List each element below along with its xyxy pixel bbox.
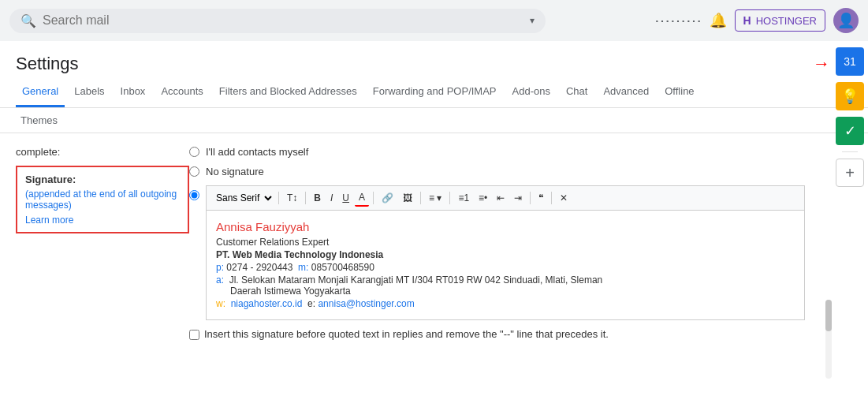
settings-tabs: General Labels Inbox Accounts Filters an…	[0, 77, 868, 108]
insert-sig-row: Insert this signature before quoted text…	[189, 328, 805, 340]
hostinger-logo: H	[743, 14, 751, 27]
sig-phone: p: 0274 - 2920443 m: 085700468590	[216, 262, 795, 273]
image-button[interactable]: 🖼	[399, 190, 416, 206]
right-panel: I'll add contacts myself No signature Sa…	[189, 146, 852, 340]
scrollbar-track	[825, 300, 832, 379]
sig-address: a: Jl. Selokan Mataram Monjali Karangjat…	[216, 274, 795, 297]
signature-editor-container: Sans Serif T↕ B I U A 🔗 🖼 ≡ ▾ ≡1	[206, 185, 805, 320]
settings-title: Settings	[16, 54, 79, 74]
tab-forwarding[interactable]: Forwarding and POP/IMAP	[367, 77, 503, 107]
grid-icon[interactable]: ⋯⋯⋯	[654, 11, 702, 30]
bullet-list-button[interactable]: ≡•	[475, 190, 491, 206]
sig-email-link[interactable]: annisa@hostinger.com	[318, 298, 414, 309]
tab-inbox[interactable]: Inbox	[114, 77, 152, 107]
hostinger-label: HOSTINGER	[756, 15, 817, 27]
search-dropdown-icon[interactable]: ▾	[530, 15, 535, 26]
sig-name: Annisa Fauziyyah	[216, 220, 795, 233]
settings-header: Settings → ⚙	[0, 41, 868, 74]
calendar-icon[interactable]: 31	[836, 47, 864, 76]
indent-less-button[interactable]: ⇤	[493, 190, 509, 206]
tab-chat[interactable]: Chat	[560, 77, 594, 107]
sig-company: PT. Web Media Technology Indonesia	[216, 249, 795, 260]
signature-editor[interactable]: Annisa Fauziyyah Customer Relations Expe…	[206, 210, 805, 320]
toolbar-separator-3	[373, 192, 374, 204]
tab-accounts[interactable]: Accounts	[155, 77, 209, 107]
radio-signature-row: Sans Serif T↕ B I U A 🔗 🖼 ≡ ▾ ≡1	[189, 185, 805, 320]
align-button[interactable]: ≡ ▾	[425, 190, 445, 206]
radio-no-signature: No signature	[189, 166, 805, 177]
tab-filters[interactable]: Filters and Blocked Addresses	[213, 77, 363, 107]
notifications-icon[interactable]: 🔔	[710, 12, 727, 29]
font-select[interactable]: Sans Serif	[211, 190, 274, 206]
avatar[interactable]: 👤	[833, 8, 859, 33]
radio-no-signature-input[interactable]	[189, 166, 199, 177]
main-content: complete: Signature: (appended at the en…	[0, 133, 868, 353]
radio-add-contacts: I'll add contacts myself	[189, 146, 805, 158]
bulb-icon[interactable]: 💡	[836, 82, 864, 110]
toolbar-separator-4	[420, 192, 421, 204]
signature-description: (appended at the end of all outgoing mes…	[25, 189, 180, 211]
sig-role: Customer Relations Expert	[216, 237, 795, 248]
editor-toolbar: Sans Serif T↕ B I U A 🔗 🖼 ≡ ▾ ≡1	[206, 185, 805, 210]
search-container: 🔍 ▾	[9, 9, 546, 33]
sub-tab-themes[interactable]: Themes	[16, 111, 62, 129]
underline-button[interactable]: U	[338, 190, 353, 206]
insert-sig-label: Insert this signature before quoted text…	[204, 328, 609, 340]
quote-button[interactable]: ❝	[535, 190, 547, 206]
numbered-list-button[interactable]: ≡1	[454, 190, 473, 206]
italic-button[interactable]: I	[326, 190, 337, 206]
radio-no-signature-label: No signature	[206, 166, 264, 177]
tab-general[interactable]: General	[16, 77, 65, 107]
radio-add-contacts-input[interactable]	[189, 147, 199, 157]
top-bar-right: ⋯⋯⋯ 🔔 H HOSTINGER 👤	[654, 8, 859, 33]
sub-tabs: Themes	[0, 108, 868, 133]
top-bar: 🔍 ▾ ⋯⋯⋯ 🔔 H HOSTINGER 👤	[0, 0, 868, 41]
toolbar-separator	[278, 192, 279, 204]
text-color-button[interactable]: A	[355, 189, 369, 207]
toolbar-separator-5	[449, 192, 450, 204]
tab-labels[interactable]: Labels	[68, 77, 110, 107]
signature-label-box: Signature: (appended at the end of all o…	[16, 166, 189, 233]
radio-add-contacts-label: I'll add contacts myself	[206, 146, 308, 158]
radio-signature-input[interactable]	[189, 190, 199, 200]
sidebar-divider	[842, 151, 858, 152]
bold-button[interactable]: B	[310, 190, 325, 206]
right-sidebar: 31 💡 ✓ +	[832, 41, 868, 193]
signature-title: Signature:	[25, 174, 180, 185]
red-arrow-icon: →	[813, 54, 830, 74]
remove-format-button[interactable]: ✕	[556, 190, 572, 206]
scrollbar-thumb[interactable]	[825, 300, 832, 331]
left-panel: complete: Signature: (appended at the en…	[16, 146, 189, 340]
sig-web-link[interactable]: niagahoster.co.id	[231, 298, 303, 309]
link-button[interactable]: 🔗	[378, 190, 397, 206]
tab-advanced[interactable]: Advanced	[597, 77, 655, 107]
toolbar-separator-7	[551, 192, 552, 204]
hostinger-button[interactable]: H HOSTINGER	[735, 9, 825, 32]
complete-text: complete:	[16, 146, 189, 158]
toolbar-separator-2	[305, 192, 306, 204]
toolbar-separator-6	[530, 192, 531, 204]
insert-sig-checkbox[interactable]	[189, 330, 199, 340]
tasks-icon[interactable]: ✓	[836, 117, 864, 145]
sig-web: w: niagahoster.co.id e: annisa@hostinger…	[216, 298, 795, 309]
indent-more-button[interactable]: ⇥	[510, 190, 526, 206]
tab-offline[interactable]: Offline	[658, 77, 700, 107]
tab-addons[interactable]: Add-ons	[506, 77, 557, 107]
learn-more-link[interactable]: Learn more	[25, 215, 73, 226]
font-size-icon[interactable]: T↕	[283, 190, 301, 206]
search-icon: 🔍	[20, 13, 36, 28]
plus-icon[interactable]: +	[836, 159, 864, 187]
search-input[interactable]	[43, 13, 523, 28]
